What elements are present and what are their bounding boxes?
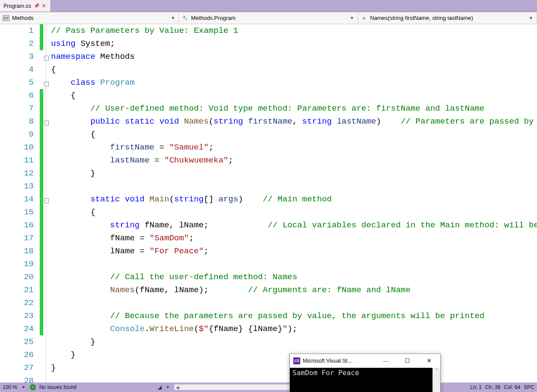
minimize-button[interactable]: — <box>376 354 395 367</box>
outline-toggle[interactable]: − <box>44 121 49 125</box>
code-line[interactable]: { <box>51 89 537 102</box>
outline-toggle[interactable]: − <box>44 198 49 203</box>
nav-member-label: Names(string firstName, string lastName) <box>370 15 473 21</box>
nav-scope-dropdown[interactable]: C# Methods ▼ <box>0 12 179 24</box>
csharp-project-icon: C# <box>3 15 10 21</box>
line-number-gutter: 1234567891011121314151617181920212223242… <box>0 24 40 382</box>
chevron-down-icon[interactable]: ▼ <box>165 385 171 389</box>
code-line[interactable]: firstName = "Samuel"; <box>51 141 537 154</box>
outlining-gutter[interactable]: −−−− <box>43 24 49 382</box>
tab-program-cs[interactable]: Program.cs 📌 ✕ <box>0 0 51 12</box>
outline-toggle[interactable]: − <box>44 56 49 61</box>
code-line[interactable]: Names(fName, lName); // Arguments are: f… <box>51 284 537 296</box>
code-line[interactable]: class Program <box>51 76 537 89</box>
code-line[interactable]: using System; <box>51 37 537 50</box>
debug-console-window[interactable]: C\\ Microsoft Visual St… — ☐ ✕ SamDom Fo… <box>289 354 441 392</box>
code-line[interactable]: public static void Names(string firstNam… <box>51 115 537 128</box>
code-line[interactable]: string fName, lName; // Local variables … <box>51 219 537 232</box>
code-line[interactable]: fName = "SamDom"; <box>51 232 537 245</box>
close-icon[interactable]: ✕ <box>41 3 47 9</box>
nav-type-label: Methods.Program <box>191 15 235 21</box>
tab-title: Program.cs <box>3 3 31 9</box>
nav-member-dropdown[interactable]: ◈ Names(string firstName, string lastNam… <box>358 12 537 24</box>
change-marker-gutter <box>40 24 43 382</box>
scroll-left-icon[interactable]: ◀ <box>175 385 181 390</box>
code-line[interactable]: lastName = "Chukwuemeka"; <box>51 154 537 167</box>
code-line[interactable]: { <box>51 63 537 76</box>
code-editor[interactable]: 1234567891011121314151617181920212223242… <box>0 24 537 382</box>
console-title-text: Microsoft Visual St… <box>303 358 353 364</box>
vs-app-icon: C\\ <box>293 357 300 364</box>
document-tab-bar: Program.cs 📌 ✕ <box>0 0 537 12</box>
caret-char: Ch: 39 <box>485 384 500 390</box>
scroll-up-icon[interactable]: ˄ <box>435 368 438 373</box>
nav-scope-label: Methods <box>12 15 34 21</box>
console-scrollbar[interactable]: ˄ ˅ <box>432 368 440 392</box>
close-button[interactable]: ✕ <box>419 354 438 367</box>
code-line[interactable]: { <box>51 128 537 141</box>
code-line[interactable]: // User-defined method: Void type method… <box>51 102 537 115</box>
status-bar: 100 % ▼ ✓ No issues found ◢ ▼ ◀ ▶ Ln: 1 … <box>0 382 537 392</box>
code-line[interactable]: // Pass Parameters by Value: Example 1 <box>51 24 537 37</box>
chevron-down-icon: ▼ <box>349 16 355 20</box>
code-line[interactable] <box>51 180 537 193</box>
maximize-button[interactable]: ☐ <box>398 354 417 367</box>
pin-icon[interactable]: 📌 <box>34 3 38 9</box>
scope-icon[interactable]: ◢ <box>158 384 162 390</box>
code-line[interactable]: { <box>51 206 537 219</box>
code-line[interactable]: static void Main(string[] args) // Main … <box>51 193 537 206</box>
caret-col: Col: 64 <box>504 384 520 390</box>
code-body[interactable]: // Pass Parameters by Value: Example 1us… <box>49 24 537 382</box>
code-line[interactable]: // Call the user-defined method: Names <box>51 271 537 284</box>
code-line[interactable]: Console.WriteLine($"{fName} {lName}"); <box>51 322 537 335</box>
insert-mode: SPC <box>524 384 534 390</box>
navigation-bar: C# Methods ▼ 🔧 Methods.Program ▼ ◈ Names… <box>0 12 537 24</box>
console-title-bar[interactable]: C\\ Microsoft Visual St… — ☐ ✕ <box>290 354 440 368</box>
chevron-down-icon: ▼ <box>528 16 534 20</box>
chevron-down-icon: ▼ <box>170 16 176 20</box>
caret-line: Ln: 1 <box>470 384 482 390</box>
nav-type-dropdown[interactable]: 🔧 Methods.Program ▼ <box>179 12 358 24</box>
code-line[interactable]: } <box>51 335 537 348</box>
code-line[interactable] <box>51 258 537 271</box>
code-line[interactable]: namespace Methods <box>51 50 537 63</box>
code-line[interactable]: lName = "For Peace"; <box>51 245 537 258</box>
code-line[interactable] <box>51 296 537 309</box>
class-icon: 🔧 <box>181 15 188 22</box>
method-icon: ◈ <box>361 15 368 22</box>
code-line[interactable]: // Because the parameters are passed by … <box>51 309 537 322</box>
console-output: SamDom For Peace <box>290 368 432 392</box>
code-line[interactable]: } <box>51 167 537 180</box>
outline-toggle[interactable]: − <box>44 82 49 86</box>
